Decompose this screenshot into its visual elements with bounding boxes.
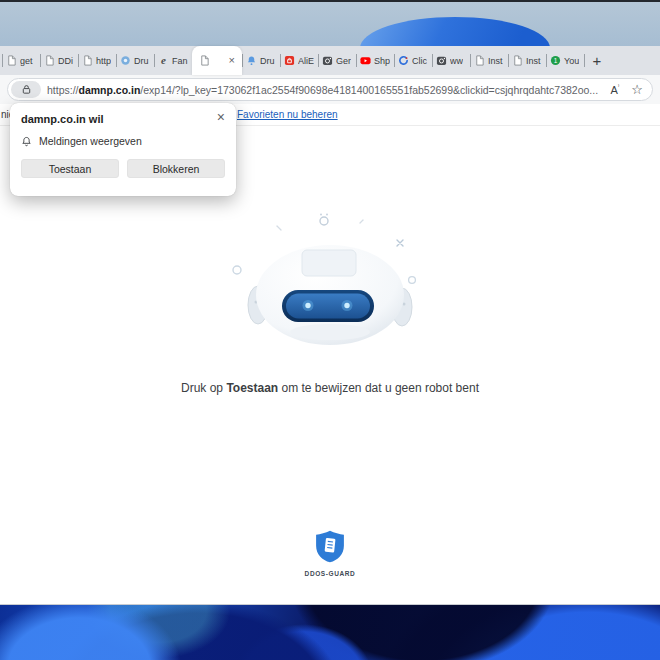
tab[interactable]: AliE <box>280 46 318 75</box>
notification-permission-popup: damnp.co.in wil × Meldingen weergeven To… <box>10 103 236 196</box>
popup-request-row: Meldingen weergeven <box>21 135 225 147</box>
tab-active[interactable]: × <box>192 46 242 75</box>
doc-icon <box>199 55 210 66</box>
tab-label: Inst <box>488 56 503 66</box>
lock-icon <box>21 84 32 95</box>
doc-icon <box>474 55 485 66</box>
address-actions: A⁾ ☆ <box>610 83 643 96</box>
caption-pre: Druk op <box>181 381 226 395</box>
tab-label: Dru <box>260 56 275 66</box>
doc-icon <box>6 55 17 66</box>
tab-label: ww <box>450 56 463 66</box>
tab-label: Inst <box>526 56 541 66</box>
bell-blue-icon <box>246 55 257 66</box>
tab[interactable]: eFan <box>154 46 192 75</box>
tab-label: AliE <box>298 56 314 66</box>
screen-top-edge <box>0 0 660 2</box>
block-button[interactable]: Blokkeren <box>127 159 225 178</box>
site-info-chip[interactable] <box>11 81 41 98</box>
manage-favorites-link[interactable]: Favorieten nu beheren <box>237 109 338 120</box>
doc-icon <box>44 55 55 66</box>
favorite-star-icon[interactable]: ☆ <box>631 83 643 96</box>
yt-red-icon <box>360 55 371 66</box>
shield-icon <box>315 530 345 563</box>
tab-label: http <box>96 56 111 66</box>
read-aloud-icon[interactable]: A⁾ <box>610 83 619 96</box>
green-circle-icon: 1 <box>550 55 561 66</box>
page-caption: Druk op Toestaan om te bewijzen dat u ge… <box>0 381 660 395</box>
popup-title: damnp.co.in wil <box>21 113 225 125</box>
ddos-guard-label: DDOS-GUARD <box>0 570 660 577</box>
tab-label: DDi <box>58 56 73 66</box>
tab[interactable]: Shp <box>356 46 394 75</box>
address-bar[interactable]: https://damnp.co.in/exp14/?lp_key=173062… <box>7 78 653 101</box>
cam-dark-icon <box>436 55 447 66</box>
script-dark-icon: e <box>158 55 169 66</box>
bell-icon <box>21 136 32 147</box>
browser-toolbar: https://damnp.co.in/exp14/?lp_key=173062… <box>0 75 660 104</box>
page-content: Druk op Toestaan om te bewijzen dat u ge… <box>0 126 660 604</box>
tab[interactable]: 1You <box>546 46 584 75</box>
url-domain: damnp.co.in <box>79 84 141 96</box>
url-text[interactable]: https://damnp.co.in/exp14/?lp_key=173062… <box>47 84 604 96</box>
desktop-screen: getDDihttpDrueFan×DruAliEGerShpClicwwIns… <box>0 0 660 660</box>
tab[interactable]: http <box>78 46 116 75</box>
ddos-guard-badge: DDOS-GUARD <box>0 530 660 577</box>
tab[interactable]: get <box>2 46 40 75</box>
robot-illustration <box>222 192 438 364</box>
tab-label: Fan <box>172 56 188 66</box>
tab-label: You <box>564 56 579 66</box>
tab-label: Clic <box>412 56 427 66</box>
ali-red-icon <box>284 55 295 66</box>
tab-label: get <box>20 56 33 66</box>
caption-post: om te bewijzen dat u geen robot bent <box>278 381 479 395</box>
tab-close-button[interactable]: × <box>229 55 235 66</box>
svg-text:1: 1 <box>554 57 558 64</box>
allow-button[interactable]: Toestaan <box>21 159 119 178</box>
popup-close-icon[interactable]: × <box>217 110 225 124</box>
desktop-wallpaper-top <box>0 0 660 46</box>
tab[interactable]: Ger <box>318 46 356 75</box>
deco-circle <box>233 266 241 274</box>
swirl-blue-icon <box>398 55 409 66</box>
tab[interactable]: Clic <box>394 46 432 75</box>
url-path: /exp14/?lp_key=173062f1ac2554f90698e4181… <box>140 84 598 96</box>
tab[interactable]: Inst <box>508 46 546 75</box>
flower-blue-icon <box>120 55 131 66</box>
desktop-wallpaper-bottom <box>0 605 660 660</box>
tab-label: Dru <box>134 56 149 66</box>
tab-label: Ger <box>336 56 351 66</box>
tab-label: Shp <box>374 56 390 66</box>
cam-dark-icon <box>322 55 333 66</box>
tab[interactable]: DDi <box>40 46 78 75</box>
tab[interactable]: Inst <box>470 46 508 75</box>
tab[interactable]: ww <box>432 46 470 75</box>
doc-icon <box>82 55 93 66</box>
tab[interactable]: Dru <box>116 46 154 75</box>
new-tab-button[interactable]: + <box>584 46 610 75</box>
tab[interactable]: Dru <box>242 46 280 75</box>
popup-buttons: Toestaan Blokkeren <box>21 159 225 178</box>
caption-allow-word: Toestaan <box>226 381 278 395</box>
url-scheme: https:// <box>47 84 79 96</box>
popup-request-text: Meldingen weergeven <box>39 135 142 147</box>
doc-icon <box>512 55 523 66</box>
tab-strip: getDDihttpDrueFan×DruAliEGerShpClicwwIns… <box>0 46 660 75</box>
